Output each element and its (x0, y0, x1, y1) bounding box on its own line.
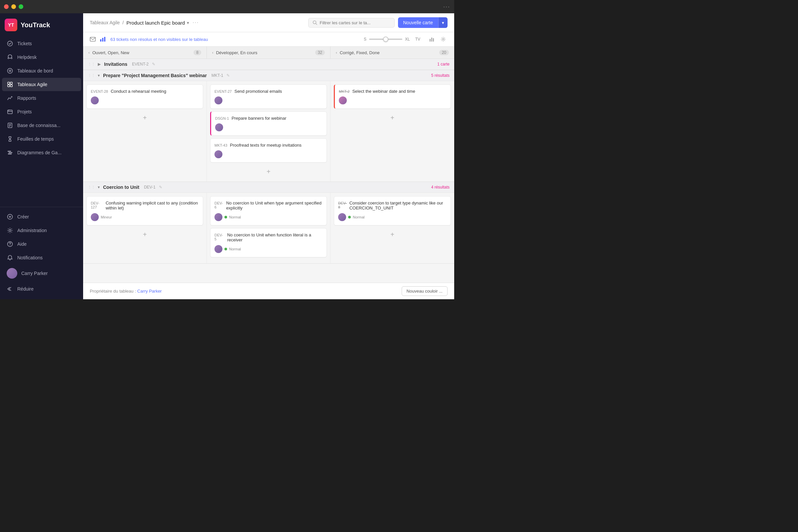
card-event27[interactable]: EVENT-27 Send promotional emails (210, 84, 327, 109)
sidebar-item-tableaux-bord[interactable]: Tableaux de bord (2, 64, 81, 77)
card-id: MKT-43 (214, 143, 227, 147)
collapse-sidebar-item[interactable]: Réduire (2, 282, 81, 296)
owner-info: Propriétaire du tableau : Carry Parker (90, 289, 162, 293)
owner-label: Propriétaire du tableau : (90, 289, 136, 293)
search-box (308, 18, 395, 27)
card-id: DSGN-1 (215, 116, 229, 120)
card-avatar (91, 213, 99, 221)
col-title: Ouvert, Open, New (92, 50, 191, 55)
sidebar-item-tickets[interactable]: Tickets (2, 37, 81, 50)
sidebar-item-projets[interactable]: Projets (2, 105, 81, 118)
settings-icon[interactable] (439, 35, 448, 43)
epic-drag-handle[interactable]: ⋮⋮ (88, 62, 95, 66)
edit-epic-icon[interactable]: ✎ (152, 62, 155, 66)
sidebar-item-base-connaiss[interactable]: Base de connaissa... (2, 119, 81, 132)
card-mkt2[interactable]: MKT-2 Select the webinar date and time (334, 84, 451, 109)
administration-item[interactable]: Administration (2, 224, 81, 237)
card-avatar (214, 96, 223, 104)
sidebar-item-feuilles-temps[interactable]: Feuilles de temps (2, 132, 81, 146)
fullscreen-button[interactable] (19, 4, 23, 9)
sidebar-item-helpdesk[interactable]: Helpdesk (2, 51, 81, 64)
card-title: Select the webinar date and time (352, 89, 415, 94)
card-dev6[interactable]: DEV-6 No coercion to Unit when type argu… (210, 196, 327, 225)
sidebar-item-label: Carry Parker (21, 271, 48, 276)
card-footer (339, 96, 446, 104)
card-title: No coercion to Unit when function litera… (227, 232, 323, 242)
board-chevron-icon[interactable]: ▾ (187, 20, 189, 25)
search-input[interactable] (320, 20, 386, 25)
svg-point-3 (9, 70, 11, 72)
col-count-badge: 32 (315, 50, 325, 55)
board-options-icon[interactable]: ··· (192, 20, 199, 25)
svg-rect-24 (90, 37, 95, 41)
plus-icon (7, 213, 13, 220)
breadcrumb-parent[interactable]: Tableaux Agile (90, 20, 120, 25)
svg-point-2 (8, 69, 13, 74)
sidebar-item-label: Notifications (17, 255, 42, 260)
new-card-button[interactable]: Nouvelle carte (398, 17, 439, 28)
svg-rect-27 (104, 37, 106, 41)
sidebar-item-label: Feuilles de temps (17, 136, 54, 141)
new-swimlane-button[interactable]: Nouveau couloir ... (402, 286, 448, 296)
breadcrumb-current: Product launch Epic board ▾ ··· (126, 20, 199, 25)
epic-section-coercion: ⋮⋮ ▾ Coercion to Unit DEV-1 ✎ 4 résultat… (83, 182, 454, 264)
edit-epic-icon[interactable]: ✎ (226, 73, 230, 78)
epic-collapse-icon[interactable]: ▾ (98, 73, 100, 78)
epic-drag-handle[interactable]: ⋮⋮ (88, 74, 95, 78)
epic-col-coercion-1: DEV-6 No coercion to Unit when type argu… (207, 193, 330, 263)
card-dev8[interactable]: DEV-8 Consider coercion to target type d… (334, 196, 451, 225)
svg-point-0 (8, 41, 13, 46)
owner-name-link[interactable]: Carry Parker (137, 289, 162, 293)
card-mkt43[interactable]: MKT-43 Proofread texts for meetup invita… (210, 138, 327, 163)
card-id: DEV-127 (91, 201, 103, 209)
card-avatar (215, 124, 223, 131)
card-dev127[interactable]: DEV-127 Confusing warning implicit cast … (87, 196, 203, 225)
epic-id-webinar: MKT-1 (211, 73, 223, 78)
add-card-btn-col1-webinar[interactable]: + (210, 165, 327, 178)
add-card-btn-col2-coercion[interactable]: + (334, 228, 451, 241)
svg-rect-7 (10, 85, 12, 87)
card-event28[interactable]: EVENT-28 Conduct a rehearsal meeting (87, 84, 203, 109)
close-button[interactable] (4, 4, 8, 9)
card-footer (215, 124, 323, 131)
chart-view-icon[interactable] (428, 35, 436, 43)
sidebar-item-label: Tickets (17, 41, 32, 46)
new-card-split-button[interactable]: ▾ (438, 17, 448, 28)
sidebar-item-tableaux-agile[interactable]: Tableaux Agile (2, 78, 81, 91)
epic-expand-icon[interactable]: ▶ (98, 62, 101, 66)
notifications-item[interactable]: Notifications (2, 251, 81, 264)
card-avatar (338, 213, 346, 221)
title-bar-menu[interactable]: ··· (443, 3, 450, 10)
add-card-btn-col0-coercion[interactable]: + (87, 228, 203, 241)
zoom-slider-container: S XL TV (364, 37, 420, 41)
status-dot (348, 216, 351, 218)
sidebar-item-diagrammes[interactable]: Diagrammes de Ga... (2, 146, 81, 159)
epic-drag-handle[interactable]: ⋮⋮ (88, 185, 95, 190)
sidebar-item-label: Tableaux Agile (17, 82, 47, 87)
col-count-badge: 8 (193, 50, 201, 55)
sidebar-item-label: Réduire (17, 286, 34, 291)
minimize-button[interactable] (11, 4, 16, 9)
edit-epic-icon[interactable]: ✎ (159, 185, 162, 190)
sidebar-item-rapports[interactable]: Rapports (2, 92, 81, 105)
zoom-slider[interactable] (369, 39, 402, 40)
card-avatar (214, 150, 223, 158)
aide-item[interactable]: Aide (2, 238, 81, 251)
sidebar-item-label: Diagrammes de Ga... (17, 150, 61, 155)
creer-button[interactable]: Créer (2, 210, 81, 224)
card-dsgn1[interactable]: DSGN-1 Prepare banners for webinar (210, 111, 327, 136)
svg-point-19 (9, 229, 11, 231)
epic-collapse-icon[interactable]: ▾ (98, 185, 100, 190)
add-card-btn-col2-webinar[interactable]: + (334, 111, 451, 125)
app-name: YouTrack (21, 21, 50, 29)
card-dev5[interactable]: DEV-5 No coercion to Unit when function … (210, 228, 327, 258)
epic-cards-coercion: DEV-127 Confusing warning implicit cast … (83, 193, 454, 263)
epic-cards-webinar: EVENT-28 Conduct a rehearsal meeting + (83, 81, 454, 182)
col-chevron-icon: ‹ (336, 51, 337, 55)
col-header-1: ‹ Développer, En cours 32 (207, 46, 330, 58)
card-title: Send promotional emails (234, 89, 282, 94)
user-profile-item[interactable]: Carry Parker (2, 265, 81, 282)
svg-rect-25 (100, 39, 101, 41)
add-card-btn-col0-webinar[interactable]: + (87, 111, 203, 125)
tickets-info-text[interactable]: 63 tickets non résolus et non visibles s… (110, 37, 360, 42)
